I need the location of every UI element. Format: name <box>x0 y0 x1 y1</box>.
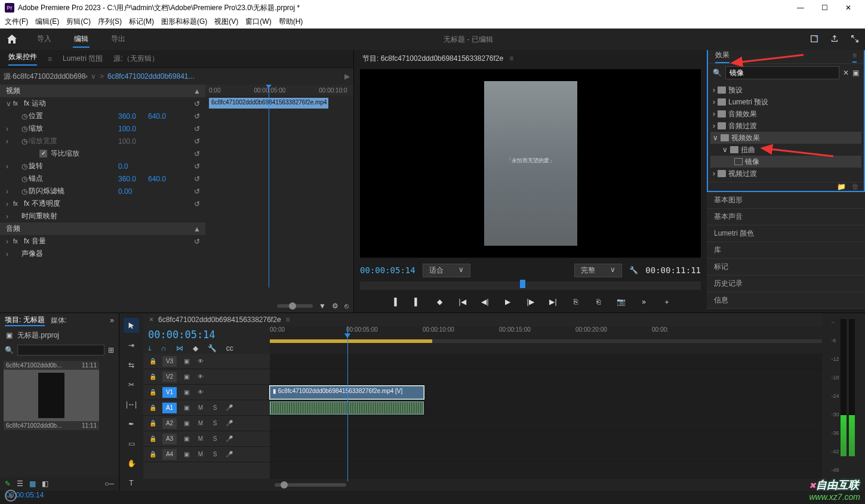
lane-v2[interactable] <box>270 369 822 385</box>
lane-a3[interactable] <box>270 431 822 447</box>
play-icon[interactable]: ▶ <box>503 296 513 307</box>
ec-clip-label[interactable]: 6c8fc471002ddd0b69841... <box>107 72 341 81</box>
tree-lumetri-presets[interactable]: ›Lumetri 预设 <box>710 96 861 108</box>
rectangle-tool[interactable]: ▭ <box>124 437 139 452</box>
tab-effect-controls[interactable]: 效果控件 <box>8 52 37 66</box>
track-select-tool[interactable]: ⇥ <box>124 338 139 353</box>
lane-a4[interactable] <box>270 447 822 462</box>
mark-in-icon[interactable]: ▐ <box>389 296 400 307</box>
menu-help[interactable]: 帮助(H) <box>279 17 303 27</box>
camera-icon[interactable]: 📷 <box>616 296 627 307</box>
list-view-icon[interactable]: ☰ <box>17 480 23 488</box>
panner-group[interactable]: 声像器 <box>21 249 111 259</box>
zoom-fit-select[interactable]: 适合∨ <box>423 264 470 277</box>
toggle-icon[interactable]: ▲ <box>192 87 202 95</box>
menu-file[interactable]: 文件(F) <box>5 17 28 27</box>
timeremap-group[interactable]: 时间重映射 <box>21 211 111 221</box>
export-frame-icon[interactable]: ⎋ <box>344 302 349 310</box>
program-playhead[interactable] <box>520 280 525 288</box>
lane-a2[interactable] <box>270 416 822 431</box>
project-tab[interactable]: 项目: 无标题 <box>5 315 45 326</box>
tab-export[interactable]: 导出 <box>110 32 127 48</box>
tree-video-transitions[interactable]: ›视频过渡 <box>710 168 861 180</box>
menu-window[interactable]: 窗口(W) <box>245 17 271 27</box>
new-bin-icon[interactable]: ▣ <box>852 69 859 77</box>
ec-mini-timeline[interactable]: 0:00 00:00:05:00 00:00:10:0 6c8fc471002d… <box>205 85 353 299</box>
settings-icon[interactable]: ⚙ <box>332 302 338 310</box>
panel-info[interactable]: 信息 <box>707 292 865 309</box>
program-tc-left[interactable]: 00:00:05:14 <box>360 265 415 275</box>
timeline-ruler[interactable]: 00:00 00:00:05:00 00:00:10:00 00:00:15:0… <box>270 326 822 354</box>
ec-playhead[interactable] <box>269 85 269 287</box>
ripple-edit-tool[interactable]: ⇆ <box>124 357 139 372</box>
step-back-icon[interactable]: ◀| <box>480 296 491 307</box>
slip-tool[interactable]: |↔| <box>124 397 139 412</box>
goto-in-icon[interactable]: |◀ <box>457 296 468 307</box>
cc-icon[interactable]: cc <box>226 344 233 353</box>
lane-v1[interactable]: ▮ 6c8fc471002ddd0b6984156338276f2e.mp4 [… <box>270 385 822 400</box>
project-search-input[interactable] <box>17 345 104 355</box>
menu-markers[interactable]: 标记(M) <box>129 17 154 27</box>
hand-tool[interactable]: ✋ <box>124 456 139 471</box>
maximize-button[interactable]: ☐ <box>812 0 836 16</box>
creative-cloud-icon[interactable]: ⊚ <box>5 490 17 502</box>
tab-lumetri-scopes[interactable]: Lumetri 范围 <box>63 54 103 64</box>
rotation-value[interactable]: 0.0 <box>118 162 148 171</box>
tab-import[interactable]: 导入 <box>36 32 53 48</box>
close-button[interactable]: ✕ <box>836 0 860 16</box>
tree-video-effects[interactable]: ∨视频效果 <box>710 132 861 144</box>
panel-history[interactable]: 历史记录 <box>707 276 865 292</box>
effects-title[interactable]: 效果 <box>715 50 729 63</box>
share-icon[interactable] <box>830 35 839 45</box>
extract-icon[interactable]: ⎗ <box>593 296 604 307</box>
fullscreen-icon[interactable] <box>851 35 859 45</box>
media-tab[interactable]: 媒体: <box>51 316 67 326</box>
timeline-playhead[interactable] <box>347 326 348 481</box>
pen-tool[interactable]: ✒ <box>124 417 139 432</box>
panel-libraries[interactable]: 库 <box>707 242 865 259</box>
volume-group[interactable]: fx 音量 <box>24 236 113 246</box>
sequence-name[interactable]: 6c8fc471002ddd0b6984156338276f2e <box>158 316 281 324</box>
track-v2-header[interactable]: 🔒V2▣👁 <box>143 369 270 385</box>
effects-search-input[interactable] <box>725 66 839 79</box>
tree-audio-transitions[interactable]: ›音频过渡 <box>710 120 861 132</box>
minimize-button[interactable]: — <box>789 0 812 16</box>
panel-markers[interactable]: 标记 <box>707 259 865 276</box>
tab-source-noclip[interactable]: 源:（无剪辑） <box>113 54 158 64</box>
work-area-bar[interactable] <box>270 339 432 343</box>
wrench-tl-icon[interactable]: 🔧 <box>208 344 217 353</box>
lane-a1[interactable] <box>270 400 822 416</box>
audio-clip[interactable] <box>270 401 424 415</box>
zoom-slider-icon[interactable]: ○─ <box>104 480 114 488</box>
stopwatch-icon[interactable]: ◷ <box>20 112 29 120</box>
add-button-icon[interactable]: ＋ <box>661 296 672 307</box>
menu-sequence[interactable]: 序列(S) <box>98 17 122 27</box>
marker-tool-icon[interactable]: ◆ <box>193 344 198 353</box>
home-icon[interactable] <box>6 33 18 45</box>
type-tool[interactable]: T <box>124 476 139 491</box>
opacity-group[interactable]: fx 不透明度 <box>24 199 113 209</box>
uniform-scale-checkbox[interactable]: ✓ <box>39 150 47 157</box>
panel-lumetri-color[interactable]: Lumetri 颜色 <box>707 225 865 242</box>
video-clip[interactable]: ▮ 6c8fc471002ddd0b6984156338276f2e.mp4 [… <box>270 386 424 399</box>
linked-selection-icon[interactable]: ⋈ <box>176 344 183 353</box>
step-fwd-icon[interactable]: |▶ <box>525 296 536 307</box>
tab-edit[interactable]: 编辑 <box>73 32 90 48</box>
track-a1-header[interactable]: 🔒A1▣MS🎤 <box>143 400 270 416</box>
more-icon[interactable]: » <box>639 296 649 307</box>
razor-tool[interactable]: ✂ <box>124 377 139 392</box>
goto-out-icon[interactable]: ▶| <box>548 296 559 307</box>
tree-audio-effects[interactable]: ›音频效果 <box>710 108 861 120</box>
program-viewport[interactable]: 「永恒而无望的爱」 <box>360 69 701 258</box>
mark-out-icon[interactable]: ▌ <box>412 296 423 307</box>
tree-distort[interactable]: ∨扭曲 <box>710 144 861 156</box>
track-v3-header[interactable]: 🔒V3▣👁 <box>143 354 270 369</box>
motion-group[interactable]: fx 运动 <box>24 98 113 109</box>
lift-icon[interactable]: ⎘ <box>571 296 581 307</box>
wrench-icon[interactable]: 🔧 <box>629 266 638 274</box>
menu-view[interactable]: 视图(V) <box>214 17 238 27</box>
track-a3-header[interactable]: 🔒A3▣MS🎤 <box>143 431 270 447</box>
menu-clip[interactable]: 剪辑(C) <box>66 17 91 27</box>
snap-icon[interactable]: ⫰ <box>148 344 152 353</box>
tree-presets[interactable]: ›预设 <box>710 84 861 96</box>
